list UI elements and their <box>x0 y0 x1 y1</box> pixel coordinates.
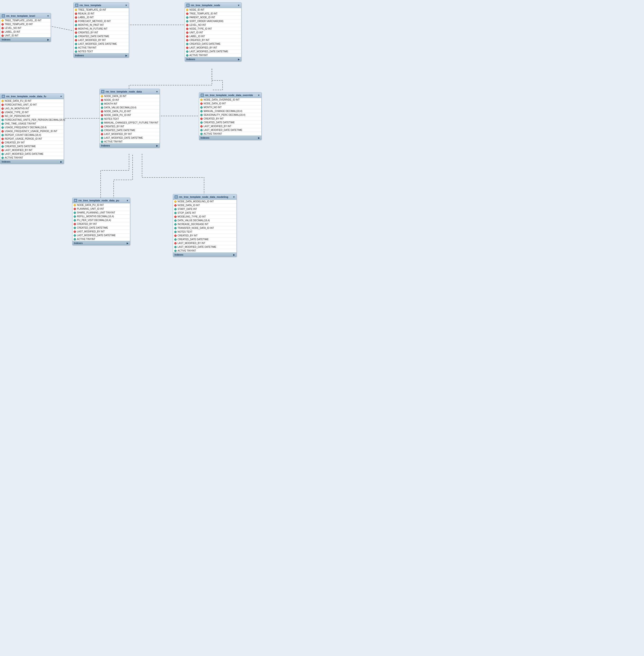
field-row: LAST_MODIFIED_BY INT <box>185 46 241 50</box>
fk-icon <box>1 115 4 117</box>
col-icon <box>75 47 77 49</box>
connection-lines <box>0 0 322 328</box>
table-menu-btn[interactable]: ▼ <box>258 94 260 97</box>
table-icon <box>75 3 78 7</box>
table-footer[interactable]: Indexes ▶ <box>74 53 129 57</box>
table-rm-tree-template-node-data-override[interactable]: rm_tree_template_node_data_override ▼ NO… <box>199 92 262 140</box>
field-row: LAG_IN_MONTHS INT <box>0 107 64 111</box>
fk-icon <box>200 125 203 127</box>
table-menu-btn[interactable]: ▼ <box>126 199 129 202</box>
field-row: NOTES TEXT <box>100 117 160 121</box>
table-icon <box>74 199 77 202</box>
table-menu-btn[interactable]: ▼ <box>47 15 49 17</box>
table-footer[interactable]: Indexes ▶ <box>173 253 236 257</box>
fk-icon <box>74 231 76 233</box>
col-icon <box>200 133 203 135</box>
table-fields: NODE_DATA_FU_ID INT FORECASTING_UNIT_ID … <box>0 99 64 160</box>
field-row: NODE_ID INT <box>100 98 160 102</box>
field-row: LAST_MODIFIED_DATE DATETIME <box>199 128 261 132</box>
field-row: TREE_TEMPLATE_ID INT <box>185 12 241 16</box>
field-row: NODE_DATA_FU_ID INT <box>0 99 64 103</box>
table-fields: NODE_DATA_ID INT NODE_ID INT MONTH INT D… <box>100 94 160 143</box>
table-header-rm-tree-template-node-data-modeling: rm_tree_template_node_data_modeling ▼ <box>173 194 236 200</box>
field-row: REPEAT_COUNT DECIMAL(18,4) <box>0 133 64 137</box>
footer-arrow-icon: ▶ <box>127 242 129 244</box>
field-row: LAST_MODIFIED_DATE DATETIME <box>0 152 64 156</box>
col-icon <box>200 110 203 112</box>
field-row: LAST_MODIFIED_DATE DATETIME <box>74 42 129 46</box>
col-icon <box>174 208 177 210</box>
field-row: NODE_DATA_PU_ID INT <box>100 113 160 117</box>
col-icon <box>101 107 103 109</box>
table-header-rm-tree-template-node-data-override: rm_tree_template_node_data_override ▼ <box>199 93 261 98</box>
table-footer[interactable]: Indexes ▶ <box>72 241 130 245</box>
col-icon <box>186 50 188 53</box>
field-row: USAGE_FREQUENCY_USAGE_PERIOD_ID INT <box>0 130 64 133</box>
field-row: NODE_DATA_ID INT <box>100 94 160 98</box>
field-row: FORECAST_METHOD_ID INT <box>74 19 129 23</box>
col-icon <box>174 250 177 252</box>
key-icon <box>1 100 4 102</box>
col-icon <box>174 219 177 222</box>
fk-icon <box>186 13 188 15</box>
fk-icon <box>101 125 103 128</box>
field-row: STOP_DATE INT <box>173 211 236 215</box>
table-rm-tree-template-node-data[interactable]: rm_tree_template_node_data ▼ NODE_DATA_I… <box>99 89 160 148</box>
fk-icon <box>75 39 77 41</box>
key-icon <box>200 99 203 101</box>
table-fields: TREE_TEMPLATE_ID INT REALM_ID INT LABEL_… <box>74 8 129 53</box>
field-row: LAST_MODIFIED_BY INT <box>72 230 130 234</box>
fk-icon <box>101 110 103 113</box>
table-rm-tree-template-node-data-fu[interactable]: rm_tree_template_node_data_fu ▼ NODE_DAT… <box>0 93 64 164</box>
fk-icon <box>75 13 77 15</box>
key-icon <box>1 19 4 22</box>
field-row: ACTIVE TINYINT <box>74 46 129 50</box>
table-footer[interactable]: Indexes ▶ <box>185 57 241 61</box>
col-icon <box>74 215 76 218</box>
fk-icon <box>75 28 77 30</box>
table-menu-btn[interactable]: ▼ <box>156 90 158 93</box>
col-icon <box>101 122 103 124</box>
table-rm-tree-template-node-data-pu[interactable]: rm_tree_template_node_data_pu ▼ NODE_DAT… <box>72 197 130 245</box>
table-footer[interactable]: Indexes ▶ <box>100 143 160 148</box>
indexes-label: Indexes <box>101 144 110 147</box>
col-icon <box>186 43 188 45</box>
table-footer[interactable]: Indexes ▶ <box>0 160 64 164</box>
table-rm-tree-template-level[interactable]: rm_tree_template_level ▼ TREE_TEMPLATE_L… <box>0 13 51 42</box>
table-menu-btn[interactable]: ▼ <box>233 196 235 198</box>
field-row: CREATED_BY INT <box>72 222 130 226</box>
col-icon <box>1 145 4 148</box>
field-row: ONE_TIME_USAGE TINYINT <box>0 122 64 126</box>
table-header-rm-tree-template: rm_tree_template ▼ <box>74 3 129 8</box>
field-row: START_DATE INT <box>173 207 236 211</box>
col-icon <box>75 50 77 53</box>
table-footer[interactable]: Indexes ▶ <box>199 136 261 140</box>
fk-icon <box>74 223 76 225</box>
table-rm-tree-template[interactable]: rm_tree_template ▼ TREE_TEMPLATE_ID INT … <box>73 2 129 58</box>
field-row: NODE_DATA_OVERRIDE_ID INT <box>199 98 261 102</box>
col-icon <box>1 157 4 159</box>
field-row: NODE_DATA_MODELING_ID INT <box>173 200 236 204</box>
field-row: LEVEL_NO INT <box>185 23 241 27</box>
field-row: ACTIVE TINYINT <box>173 249 236 253</box>
field-row: MONTH_NO INT <box>199 106 261 109</box>
col-icon <box>75 43 77 45</box>
table-menu-btn[interactable]: ▼ <box>125 4 128 7</box>
footer-arrow-icon: ▶ <box>258 137 260 139</box>
table-header-rm-tree-template-level: rm_tree_template_level ▼ <box>0 13 51 19</box>
indexes-label: Indexes <box>201 137 209 139</box>
field-row: MANUAL_CHANGE DECIMAL(18,4) <box>199 109 261 113</box>
table-footer[interactable]: Indexes ▶ <box>0 38 51 42</box>
table-fields: NODE_ID INT TREE_TEMPLATE_ID INT PARENT_… <box>185 8 241 57</box>
fk-icon <box>1 23 4 26</box>
fk-icon <box>101 114 103 116</box>
indexes-label: Indexes <box>74 242 83 244</box>
table-rm-tree-template-node[interactable]: rm_tree_template_node ▼ NODE_ID INT TREE… <box>185 2 242 62</box>
fk-icon <box>101 133 103 135</box>
table-rm-tree-template-node-data-modeling[interactable]: rm_tree_template_node_data_modeling ▼ NO… <box>173 194 237 257</box>
field-row: CREATED_DATE DATETIME <box>185 42 241 46</box>
table-fields: NODE_DATA_MODELING_ID INT NODE_DATA_ID I… <box>173 200 236 253</box>
table-menu-btn[interactable]: ▼ <box>60 95 62 98</box>
table-icon <box>201 93 204 97</box>
table-menu-btn[interactable]: ▼ <box>237 4 240 7</box>
